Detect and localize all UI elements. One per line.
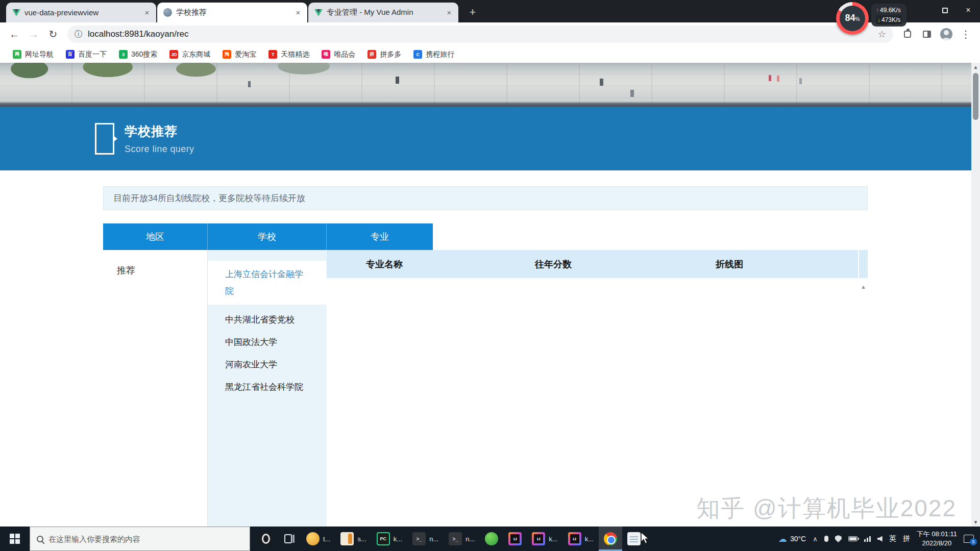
page-scrollbar[interactable]: ▲ ▼ xyxy=(971,63,980,527)
bookmark-item[interactable]: 唯 唯品会 xyxy=(317,48,360,61)
url-input[interactable] xyxy=(88,29,873,39)
school-item[interactable]: 黑龙江省社会科学院 xyxy=(208,376,327,398)
column-header-major-name: 专业名称 xyxy=(327,250,442,278)
ime-indicator[interactable]: 拼 xyxy=(903,534,910,543)
tab-major-admin[interactable]: 专业管理 - My Vue Admin × xyxy=(308,3,458,22)
clock[interactable]: 下午 08:01:11 2022/8/20 xyxy=(917,530,957,547)
school-item[interactable]: 河南农业大学 xyxy=(208,354,327,376)
network-icon[interactable] xyxy=(864,536,871,542)
date: 2022/8/20 xyxy=(922,539,951,547)
bookmark-item[interactable]: 3 360搜索 xyxy=(114,48,162,61)
taskbar-app-opera[interactable] xyxy=(254,527,278,551)
reload-button[interactable]: ↻ xyxy=(44,25,62,43)
profile-button[interactable] xyxy=(937,25,955,43)
taskbar-app-idea-k2[interactable]: k... xyxy=(563,527,599,551)
network-speed-panel: ↑49.6K/s ↓473K/s xyxy=(871,4,906,27)
bookmarks-bar: 网 网址导航 百 百度一下 3 360搜索 JD 京东商城 淘 爱淘宝 T 天猫… xyxy=(0,46,980,63)
document-app-icon xyxy=(340,532,354,545)
taskbar-app-green[interactable] xyxy=(480,527,503,551)
table-scroll-up-icon[interactable]: ▲ xyxy=(859,284,868,290)
task-view-button[interactable] xyxy=(278,527,301,551)
bookmark-item[interactable]: JD 京东商城 xyxy=(165,48,215,61)
start-button[interactable] xyxy=(0,527,30,551)
scroll-up-icon[interactable]: ▲ xyxy=(971,63,980,71)
volume-icon[interactable] xyxy=(877,536,883,542)
tab-title: 专业管理 - My Vue Admin xyxy=(327,8,440,17)
microphone-icon[interactable] xyxy=(824,536,828,542)
floating-monitor-widget[interactable]: 84% ↑49.6K/s ↓473K/s xyxy=(836,2,906,35)
table-header-row: 专业名称 往年分数 折线图 xyxy=(327,250,858,278)
bookmark-label: 天猫精选 xyxy=(281,50,309,59)
bookmark-item[interactable]: C 携程旅行 xyxy=(409,48,459,61)
taskbar-app-chrome[interactable] xyxy=(599,527,622,551)
bookmark-favicon: JD xyxy=(169,50,178,59)
tab-close-icon[interactable]: × xyxy=(293,8,303,18)
taskbar-app-s[interactable]: s... xyxy=(335,527,371,551)
scrollbar-thumb[interactable] xyxy=(973,73,978,120)
window-controls: × xyxy=(933,0,980,20)
intellij-icon xyxy=(568,532,581,545)
table-body-empty xyxy=(327,278,868,527)
back-button[interactable]: ← xyxy=(5,25,23,43)
taskbar-app-pycharm[interactable]: k... xyxy=(372,527,407,551)
desktop: vue-data-previewview × 学校推荐 × 专业管理 - My … xyxy=(0,0,980,551)
tab-region[interactable]: 地区 xyxy=(103,223,208,250)
taskbar-app-terminal-2[interactable]: n... xyxy=(444,527,480,551)
taskbar-search[interactable] xyxy=(30,527,250,551)
close-window-button[interactable]: × xyxy=(957,0,980,20)
vue-favicon-icon xyxy=(314,9,323,16)
taskbar-app-t[interactable]: t... xyxy=(301,527,335,551)
side-panel-button[interactable] xyxy=(918,25,936,43)
tab-vue-data-preview[interactable]: vue-data-previewview × xyxy=(6,3,156,22)
mouse-cursor xyxy=(639,532,650,545)
forward-button[interactable]: → xyxy=(24,25,43,43)
notification-center-button[interactable]: 5 xyxy=(964,535,974,543)
bookmark-favicon: 唯 xyxy=(322,50,330,59)
browser-toolbar: ← → ↻ ⓘ ☆ ⋮ xyxy=(0,22,980,46)
battery-icon[interactable] xyxy=(848,536,857,541)
web-page: 学校推荐 Score line query 目前开放34所自划线院校，更多院校等… xyxy=(0,63,980,527)
down-arrow-icon: ↓ xyxy=(877,16,880,23)
weather-widget[interactable]: ☁ 30°C xyxy=(778,534,806,544)
taskbar-app-terminal-1[interactable]: n... xyxy=(407,527,444,551)
new-tab-button[interactable]: + xyxy=(464,4,481,20)
intellij-icon xyxy=(508,532,522,545)
tab-school-recommend[interactable]: 学校推荐 × xyxy=(157,3,307,22)
bookmark-label: 唯品会 xyxy=(334,50,355,59)
bookmark-item[interactable]: T 天猫精选 xyxy=(264,48,314,61)
column-header-line-chart: 折线图 xyxy=(672,250,787,278)
scroll-down-icon[interactable]: ▼ xyxy=(971,518,980,527)
battery-ring-icon[interactable]: 84% xyxy=(836,2,869,35)
bookmark-item[interactable]: 淘 爱淘宝 xyxy=(218,48,261,61)
school-item[interactable]: 中共湖北省委党校 xyxy=(208,309,327,331)
tab-school[interactable]: 学校 xyxy=(208,223,327,250)
tab-major[interactable]: 专业 xyxy=(327,223,433,250)
language-indicator[interactable]: 英 xyxy=(889,534,896,543)
upload-speed: ↑49.6K/s xyxy=(876,6,902,15)
taskbar-app-idea-k1[interactable]: k... xyxy=(527,527,562,551)
bookmark-item[interactable]: 拼 拼多多 xyxy=(363,48,406,61)
tab-close-icon[interactable]: × xyxy=(142,8,152,18)
address-bar[interactable]: ⓘ ☆ xyxy=(67,26,893,43)
taskbar-app-idea[interactable] xyxy=(503,527,527,551)
bookmark-favicon: 网 xyxy=(13,50,21,59)
site-info-icon[interactable]: ⓘ xyxy=(75,29,83,40)
cloud-icon: ☁ xyxy=(778,534,787,544)
bookmark-label: 网址导航 xyxy=(25,50,54,59)
school-item[interactable]: 中国政法大学 xyxy=(208,331,327,354)
hidden-icons-button[interactable]: ∧ xyxy=(813,535,818,543)
school-item-selected[interactable]: 上海立信会计金融学院 xyxy=(208,261,327,305)
time: 下午 08:01:11 xyxy=(917,530,957,538)
taskbar-search-input[interactable] xyxy=(48,535,243,543)
bookmark-favicon: 淘 xyxy=(223,50,231,59)
region-item-recommend[interactable]: 推荐 xyxy=(117,264,207,277)
bookmark-label: 360搜索 xyxy=(131,50,157,59)
restore-window-button[interactable] xyxy=(933,0,957,20)
table-header-gutter xyxy=(859,250,868,278)
security-shield-icon[interactable] xyxy=(835,535,842,542)
bookmark-item[interactable]: 百 百度一下 xyxy=(61,48,111,61)
browser-menu-button[interactable]: ⋮ xyxy=(957,25,975,43)
bookmark-item[interactable]: 网 网址导航 xyxy=(8,48,58,61)
task-view-icon xyxy=(283,532,296,545)
tab-close-icon[interactable]: × xyxy=(444,8,454,18)
